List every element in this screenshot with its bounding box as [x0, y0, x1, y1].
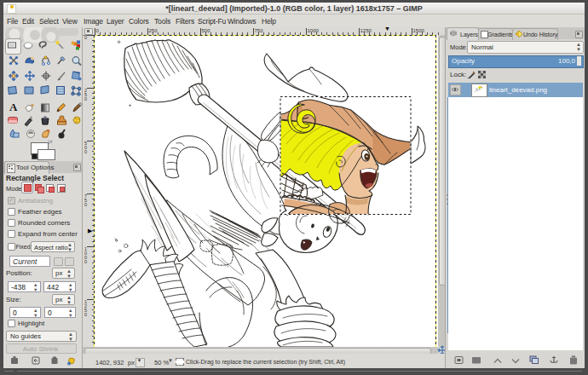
svg-text:A: A: [9, 101, 18, 113]
